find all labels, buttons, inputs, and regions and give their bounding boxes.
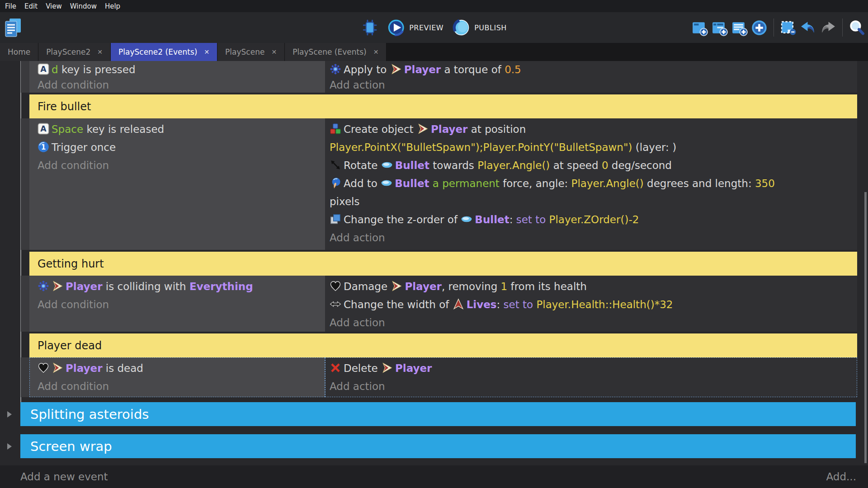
action-line[interactable]: Change the width of Lives: set to Player… xyxy=(325,296,857,314)
width-arrows-icon xyxy=(330,298,341,310)
add-new-event-button[interactable]: Add a new event xyxy=(20,471,108,483)
undo-icon[interactable] xyxy=(800,19,816,36)
action-line[interactable]: Add to Bullet a permanent force, angle: … xyxy=(325,174,857,192)
close-tab-icon[interactable]: ✕ xyxy=(373,48,379,56)
project-manager-icon[interactable] xyxy=(4,18,23,38)
text-segment: key is pressed xyxy=(58,64,136,75)
event-group-screen-wrap[interactable]: Screen wrap xyxy=(20,434,856,458)
text-segment: a permanent xyxy=(433,178,500,189)
text-segment: at position xyxy=(467,123,526,135)
text-segment: Apply to xyxy=(344,64,390,75)
menu-edit[interactable]: Edit xyxy=(20,2,42,10)
action-line[interactable]: Create object Player at position xyxy=(325,120,857,138)
action-line[interactable]: Change the z-order of Bullet: set to Pla… xyxy=(325,211,857,229)
extract-events-icon[interactable] xyxy=(780,19,797,36)
add-action-button[interactable]: Add action xyxy=(325,314,857,332)
collapse-arrow-icon[interactable] xyxy=(7,411,12,418)
close-tab-icon[interactable]: ✕ xyxy=(204,48,209,56)
menu-view[interactable]: View xyxy=(42,2,66,10)
player-object-icon xyxy=(52,362,63,374)
actions-cell[interactable]: Delete Player Add action xyxy=(325,357,857,397)
text-segment: Damage xyxy=(344,281,391,292)
event-drag-handle[interactable] xyxy=(21,357,29,397)
toolbar-right xyxy=(691,12,865,43)
event-drag-handle[interactable] xyxy=(21,276,29,332)
text-segment: 0 xyxy=(602,160,609,171)
action-line-continuation[interactable]: pixels xyxy=(325,192,857,211)
comment-row-getting-hurt[interactable]: Getting hurt xyxy=(29,252,857,276)
menu-help[interactable]: Help xyxy=(101,2,124,10)
collapse-arrow-icon[interactable] xyxy=(7,443,12,450)
physics-engine-icon xyxy=(330,63,341,75)
search-icon[interactable] xyxy=(849,19,865,36)
lives-object-icon xyxy=(453,298,464,310)
actions-cell[interactable]: Damage Player, removing 1 from its healt… xyxy=(325,276,857,332)
tab-playscene2[interactable]: PlayScene2 ✕ xyxy=(38,43,111,61)
add-subevent-icon[interactable] xyxy=(711,19,728,36)
add-comment-icon[interactable] xyxy=(731,19,748,36)
actions-cell[interactable]: Create object Player at position Player.… xyxy=(325,118,857,250)
svg-text:A: A xyxy=(40,65,47,74)
text-segment: pixels xyxy=(330,196,359,207)
text-segment: Player xyxy=(395,362,432,374)
bottom-bar: Add a new event Add... xyxy=(0,465,868,488)
close-tab-icon[interactable]: ✕ xyxy=(271,48,277,56)
add-condition-button[interactable]: Add condition xyxy=(29,296,325,314)
add-action-button[interactable]: Add action xyxy=(325,377,857,395)
player-object-icon xyxy=(52,280,63,292)
add-extension-icon[interactable] xyxy=(751,19,768,36)
conditions-cell[interactable]: Ad key is pressed Add condition xyxy=(29,61,325,93)
trigger-once-icon: 1 xyxy=(38,141,49,153)
publish-button[interactable]: PUBLISH xyxy=(453,19,507,36)
text-segment: degrees and length: xyxy=(644,178,755,189)
tab-playscene[interactable]: PlayScene ✕ xyxy=(217,43,285,61)
condition-line[interactable]: Player is dead xyxy=(29,359,325,377)
add-event-icon[interactable] xyxy=(691,19,708,36)
event-drag-handle[interactable] xyxy=(21,118,29,250)
close-tab-icon[interactable]: ✕ xyxy=(97,48,103,56)
vertical-scrollbar[interactable] xyxy=(864,192,867,463)
actions-cell[interactable]: Apply to Player a torque of 0.5 Add acti… xyxy=(325,61,857,93)
redo-icon[interactable] xyxy=(820,19,836,36)
add-more-button[interactable]: Add... xyxy=(826,471,856,483)
tab-home[interactable]: Home xyxy=(0,43,38,61)
conditions-cell[interactable]: ASpace key is released 1Trigger once Add… xyxy=(29,118,325,250)
action-line-continuation[interactable]: Player.PointX("BulletSpawn");Player.Poin… xyxy=(325,138,857,156)
preview-button[interactable]: PREVIEW xyxy=(387,19,443,36)
condition-line[interactable]: ASpace key is released xyxy=(29,120,325,138)
event-row-player-dead: Player is dead Add condition Delete Play… xyxy=(21,357,857,397)
condition-line[interactable]: Player is colliding with Everything xyxy=(29,277,325,296)
event-drag-handle[interactable] xyxy=(21,61,29,93)
physics-engine-icon xyxy=(38,280,49,292)
gdevelop-window: File Edit View Window Help PREVIEW xyxy=(0,0,868,488)
add-condition-button[interactable]: Add condition xyxy=(29,156,325,174)
delete-cross-icon xyxy=(330,362,341,374)
debugger-icon[interactable] xyxy=(361,19,378,36)
text-segment: a torque of xyxy=(441,64,505,75)
add-action-button[interactable]: Add action xyxy=(325,229,857,247)
event-group-splitting-asteroids[interactable]: Splitting asteroids xyxy=(20,402,856,426)
rotate-icon xyxy=(330,159,341,171)
action-line[interactable]: Delete Player xyxy=(325,359,857,377)
tab-playscene-events[interactable]: PlayScene (Events) ✕ xyxy=(285,43,387,61)
add-action-button[interactable]: Add action xyxy=(325,77,857,93)
action-line[interactable]: Rotate Bullet towards Player.Angle() at … xyxy=(325,156,857,174)
add-condition-button[interactable]: Add condition xyxy=(29,77,325,93)
menu-window[interactable]: Window xyxy=(66,2,101,10)
comment-row-fire-bullet[interactable]: Fire bullet xyxy=(29,94,857,118)
text-segment: towards xyxy=(429,160,477,171)
comment-row-player-dead[interactable]: Player dead xyxy=(29,333,857,357)
action-line[interactable]: Damage Player, removing 1 from its healt… xyxy=(325,277,857,296)
tab-playscene2-events[interactable]: PlayScene2 (Events) ✕ xyxy=(111,43,217,61)
add-condition-button[interactable]: Add condition xyxy=(29,377,325,395)
publish-label: PUBLISH xyxy=(474,23,507,32)
condition-line[interactable]: Ad key is pressed xyxy=(29,62,325,77)
condition-line[interactable]: 1Trigger once xyxy=(29,138,325,156)
text-segment: 0.5 xyxy=(505,64,521,75)
conditions-cell[interactable]: Player is colliding with Everything Add … xyxy=(29,276,325,332)
action-line[interactable]: Apply to Player a torque of 0.5 xyxy=(325,62,857,77)
bullet-object-icon xyxy=(381,159,393,171)
conditions-cell[interactable]: Player is dead Add condition xyxy=(29,357,325,397)
group-title: Splitting asteroids xyxy=(30,407,149,422)
menu-file[interactable]: File xyxy=(1,2,20,10)
